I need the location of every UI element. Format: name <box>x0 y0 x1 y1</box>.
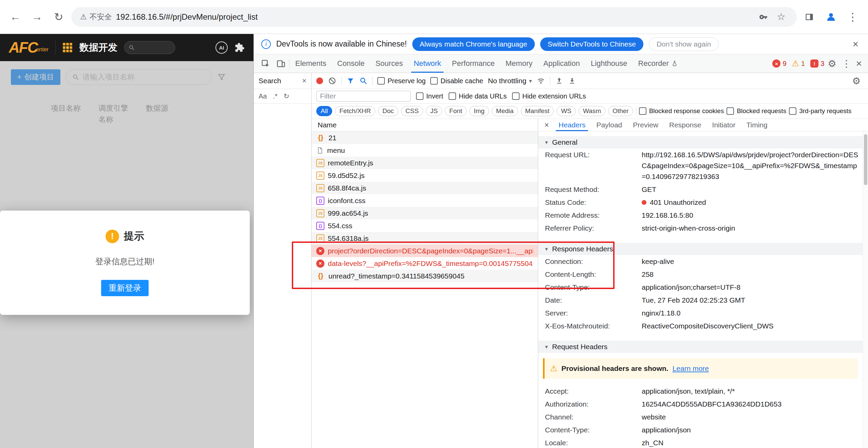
type-filter-img[interactable]: Img <box>469 106 489 116</box>
checkbox <box>789 107 796 115</box>
type-filter-media[interactable]: Media <box>492 106 518 116</box>
devtools-tab-sources[interactable]: Sources <box>370 54 408 73</box>
export-har-icon[interactable] <box>568 77 576 85</box>
import-har-icon[interactable] <box>555 77 563 85</box>
name-column-header[interactable]: Name <box>312 119 538 131</box>
request-row[interactable]: {} 554.css <box>312 219 538 232</box>
third-party-checkbox[interactable]: 3rd-party requests <box>789 107 851 115</box>
detail-tab-response[interactable]: Response <box>664 119 706 131</box>
url-input[interactable] <box>116 12 753 22</box>
search-toggle-icon[interactable] <box>359 77 367 85</box>
type-filter-all[interactable]: All <box>316 106 332 116</box>
issues-count-badge[interactable]: ! 3 <box>810 59 824 68</box>
type-filter-fetch-xhr[interactable]: Fetch/XHR <box>335 106 375 116</box>
devtools-menu-icon[interactable]: ⋮ <box>839 58 853 69</box>
browser-menu-icon[interactable]: ⋮ <box>844 8 862 26</box>
forward-button[interactable]: → <box>28 8 46 26</box>
devtools-tab-lighthouse[interactable]: Lighthouse <box>586 54 633 73</box>
preserve-log-checkbox[interactable]: Preserve log <box>377 77 426 85</box>
request-row[interactable]: JS 554.6318a.js <box>312 232 538 245</box>
detail-tab-initiator[interactable]: Initiator <box>707 119 740 131</box>
request-row[interactable]: JS 59.d5d52.js <box>312 169 538 182</box>
devtools-tab-recorder[interactable]: Recorder <box>633 54 683 73</box>
hide-data-urls-checkbox[interactable]: Hide data URLs <box>449 92 507 100</box>
search-panel-close-icon[interactable]: × <box>302 76 306 85</box>
notice-close-icon[interactable]: × <box>850 38 861 50</box>
devtools-tab-elements[interactable]: Elements <box>290 54 332 73</box>
hide-extension-urls-checkbox[interactable]: Hide extension URLs <box>512 92 586 100</box>
request-row[interactable]: {} 21 <box>312 131 538 144</box>
type-filter-doc[interactable]: Doc <box>378 106 398 116</box>
relogin-button[interactable]: 重新登录 <box>101 280 149 296</box>
inspect-element-icon[interactable] <box>258 56 273 71</box>
dont-show-again-button[interactable]: Don't show again <box>649 37 719 51</box>
ai-assistant-icon[interactable]: AI <box>215 41 228 54</box>
request-row[interactable]: JS remoteEntry.js <box>312 157 538 169</box>
type-filter-other[interactable]: Other <box>608 106 633 116</box>
request-row[interactable]: {} unread?_timestamp=0.3411584539659045 <box>312 270 538 282</box>
detail-scrollbar[interactable] <box>863 131 868 448</box>
request-row[interactable]: {} iconfont.css <box>312 194 538 207</box>
match-case-toggle[interactable]: Aa <box>259 92 267 100</box>
clear-network-log-icon[interactable] <box>328 76 337 85</box>
network-conditions-icon[interactable] <box>536 76 545 85</box>
request-row[interactable]: JS 658.8f4ca.js <box>312 182 538 194</box>
request-row[interactable]: JS 999.ac654.js <box>312 207 538 219</box>
search-refresh-icon[interactable]: ↻ <box>284 92 289 100</box>
disable-cache-checkbox[interactable]: Disable cache <box>430 77 483 85</box>
type-filter-manifest[interactable]: Manifest <box>521 106 554 116</box>
scrollbar-thumb[interactable] <box>864 134 867 185</box>
type-filter-js[interactable]: JS <box>426 106 442 116</box>
learn-more-link[interactable]: Learn more <box>673 364 709 373</box>
header-search-box[interactable] <box>124 41 175 54</box>
request-row-failed[interactable]: × data-levels?__apiPrefix=%2FDWS&_timest… <box>312 257 538 270</box>
profile-avatar[interactable] <box>822 8 840 26</box>
detail-tab-timing[interactable]: Timing <box>741 119 772 131</box>
side-panel-icon[interactable] <box>800 8 818 26</box>
throttling-select[interactable]: No throttling ▾ <box>488 77 532 85</box>
devtools-tab-memory[interactable]: Memory <box>501 54 537 73</box>
extensions-puzzle-icon[interactable] <box>234 42 245 53</box>
filter-toggle-icon[interactable] <box>346 77 355 85</box>
request-row-failed-selected[interactable]: × project?orderDirection=DESC&pageIndex=… <box>312 245 538 257</box>
detail-close-icon[interactable]: × <box>541 120 552 130</box>
section-response-headers[interactable]: ▼ Response Headers <box>538 243 863 255</box>
type-filter-css[interactable]: CSS <box>401 106 423 116</box>
request-row[interactable]: menu <box>312 144 538 157</box>
match-language-button[interactable]: Always match Chrome's language <box>412 37 535 51</box>
bookmark-star-icon[interactable]: ☆ <box>774 10 788 24</box>
type-filter-ws[interactable]: WS <box>556 106 576 116</box>
devtools-tab-application[interactable]: Application <box>538 54 585 73</box>
regex-toggle[interactable]: .* <box>273 92 277 100</box>
warning-count-badge[interactable]: ⚠ 1 <box>792 59 805 68</box>
type-filter-font[interactable]: Font <box>445 106 467 116</box>
grid-menu-icon[interactable] <box>62 42 73 53</box>
devtools-tab-console[interactable]: Console <box>332 54 370 73</box>
detail-tab-preview[interactable]: Preview <box>628 119 663 131</box>
devtools-settings-icon[interactable]: ⚙ <box>825 58 839 69</box>
devtools-tab-performance[interactable]: Performance <box>447 54 500 73</box>
security-chip[interactable]: ⚠ 不安全 <box>80 12 112 22</box>
password-key-icon[interactable] <box>757 10 770 24</box>
network-settings-icon[interactable]: ⚙ <box>849 75 863 87</box>
invert-checkbox[interactable]: Invert <box>416 92 443 100</box>
blocked-cookies-checkbox[interactable]: Blocked response cookies <box>639 107 724 115</box>
network-filter-input[interactable] <box>316 91 411 102</box>
switch-to-chinese-button[interactable]: Switch DevTools to Chinese <box>540 37 643 51</box>
request-name: 21 <box>328 134 336 142</box>
back-button[interactable]: ← <box>6 8 24 26</box>
detail-tab-headers[interactable]: Headers <box>554 119 590 131</box>
type-filter-wasm[interactable]: Wasm <box>579 106 605 116</box>
section-request-headers[interactable]: ▼ Request Headers <box>538 341 863 353</box>
error-count-badge[interactable]: × 9 <box>772 59 786 68</box>
network-toolbar: Preserve log Disable cache No throttling… <box>312 73 868 89</box>
blocked-requests-checkbox[interactable]: Blocked requests <box>727 107 786 115</box>
section-general[interactable]: ▼ General <box>538 136 863 148</box>
address-bar[interactable]: ⚠ 不安全 ☆ <box>71 7 797 27</box>
devtools-close-icon[interactable]: × <box>854 58 864 69</box>
detail-tab-payload[interactable]: Payload <box>591 119 627 131</box>
device-toolbar-icon[interactable] <box>273 56 288 71</box>
record-network-log-button[interactable] <box>316 77 323 84</box>
devtools-tab-network[interactable]: Network <box>409 54 446 73</box>
reload-button[interactable]: ↻ <box>50 8 68 26</box>
